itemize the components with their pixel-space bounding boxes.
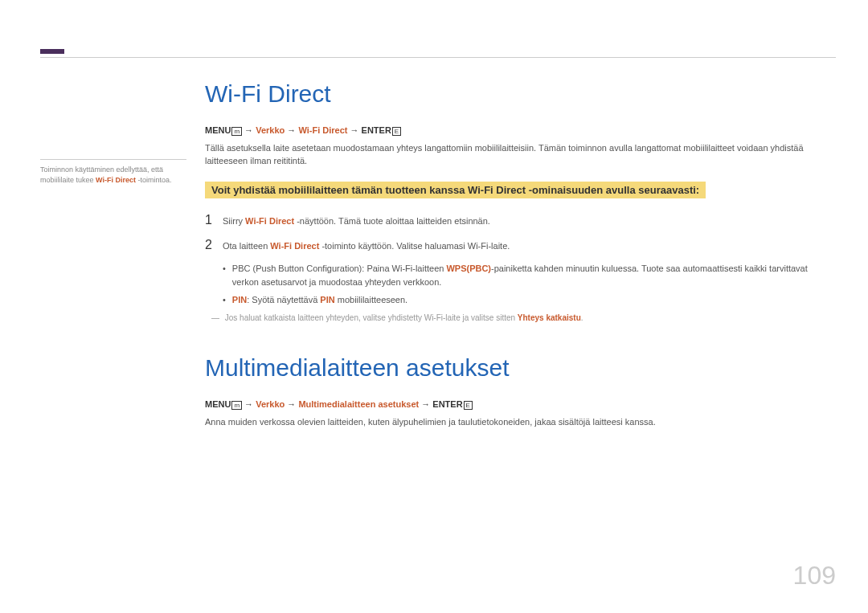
- menu-verkko: Verkko: [256, 125, 285, 135]
- t: mobiililaitteeseen.: [335, 295, 408, 304]
- step-number: 1: [205, 213, 223, 227]
- main-content: Wi-Fi Direct MENUm → Verkko → Wi-Fi Dire…: [205, 80, 836, 439]
- t-bold: WPS(PBC): [446, 264, 491, 273]
- step-text: Siirry Wi-Fi Direct -näyttöön. Tämä tuot…: [223, 215, 490, 228]
- t-bold: Yhteys katkaistu: [518, 313, 581, 322]
- enter-label: ENTER: [432, 399, 462, 409]
- t: Siirry: [223, 216, 245, 226]
- t-bold: Wi-Fi Direct: [245, 216, 294, 226]
- numbered-steps: 1 Siirry Wi-Fi Direct -näyttöön. Tämä tu…: [205, 213, 836, 252]
- arrow: →: [242, 125, 256, 135]
- t-bold: PIN: [320, 295, 334, 304]
- arrow: →: [285, 399, 298, 409]
- intro-text: Tällä asetuksella laite asetetaan muodos…: [205, 142, 836, 168]
- bullet-pbc: PBC (Push Button Configuration): Paina W…: [223, 262, 836, 288]
- footnote: ― Jos haluat katkaista laitteen yhteyden…: [211, 313, 836, 322]
- menu-label: MENU: [205, 399, 231, 409]
- menu-icon: m: [231, 127, 242, 136]
- t-bold: Wi-Fi Direct: [270, 241, 319, 251]
- step-2: 2 Ota laitteen Wi-Fi Direct -toiminto kä…: [205, 238, 836, 253]
- top-rule: [40, 57, 836, 58]
- section-multimedia: Multimedialaitteen asetukset MENUm → Ver…: [205, 354, 836, 429]
- menu-verkko: Verkko: [256, 399, 285, 409]
- side-note: Toiminnon käyttäminen edellyttää, että m…: [40, 159, 186, 185]
- menu-multimedia: Multimedialaitteen asetukset: [298, 399, 419, 409]
- arrow: →: [285, 125, 298, 135]
- enter-label: ENTER: [362, 125, 391, 135]
- t: -näyttöön. Tämä tuote aloittaa laitteide…: [294, 216, 490, 226]
- t: : Syötä näytettävä: [247, 295, 320, 304]
- arrow: →: [347, 125, 361, 135]
- step-text: Ota laitteen Wi-Fi Direct -toiminto käyt…: [223, 239, 510, 253]
- menu-label: MENU: [205, 125, 231, 135]
- intro-text-2: Anna muiden verkossa olevien laitteiden,…: [205, 416, 836, 429]
- highlight-instruction: Voit yhdistää mobiililaitteen tämän tuot…: [205, 182, 706, 198]
- heading-wifi-direct: Wi-Fi Direct: [205, 80, 836, 108]
- side-note-suffix: -toimintoa.: [136, 176, 172, 184]
- step-number: 2: [205, 238, 223, 252]
- enter-icon: E: [392, 127, 401, 136]
- menu-icon: m: [231, 401, 242, 410]
- bullet-list: PBC (Push Button Configuration): Paina W…: [223, 262, 836, 307]
- arrow: →: [419, 399, 432, 409]
- enter-icon: E: [464, 401, 473, 410]
- accent-bar: [40, 49, 64, 54]
- menu-path-wifi: MENUm → Verkko → Wi-Fi Direct → ENTERE: [205, 125, 836, 136]
- arrow: →: [242, 399, 256, 409]
- bullet-pin: PIN: Syötä näytettävä PIN mobiililaittee…: [223, 293, 836, 307]
- t: Ota laitteen: [223, 241, 270, 251]
- t: Jos haluat katkaista laitteen yhteyden, …: [225, 313, 518, 322]
- dash-icon: ―: [211, 313, 219, 322]
- step-1: 1 Siirry Wi-Fi Direct -näyttöön. Tämä tu…: [205, 213, 836, 228]
- page-number: 109: [793, 561, 836, 591]
- t-bold: PIN: [232, 295, 247, 304]
- heading-multimedia: Multimedialaitteen asetukset: [205, 354, 836, 382]
- menu-wifidirect: Wi-Fi Direct: [298, 125, 347, 135]
- t: -toiminto käyttöön. Valitse haluamasi Wi…: [319, 241, 510, 251]
- side-note-highlight: Wi-Fi Direct: [96, 176, 136, 184]
- t: PBC (Push Button Configuration): Paina W…: [232, 264, 447, 273]
- menu-path-multimedia: MENUm → Verkko → Multimedialaitteen aset…: [205, 399, 836, 410]
- t: .: [581, 313, 583, 322]
